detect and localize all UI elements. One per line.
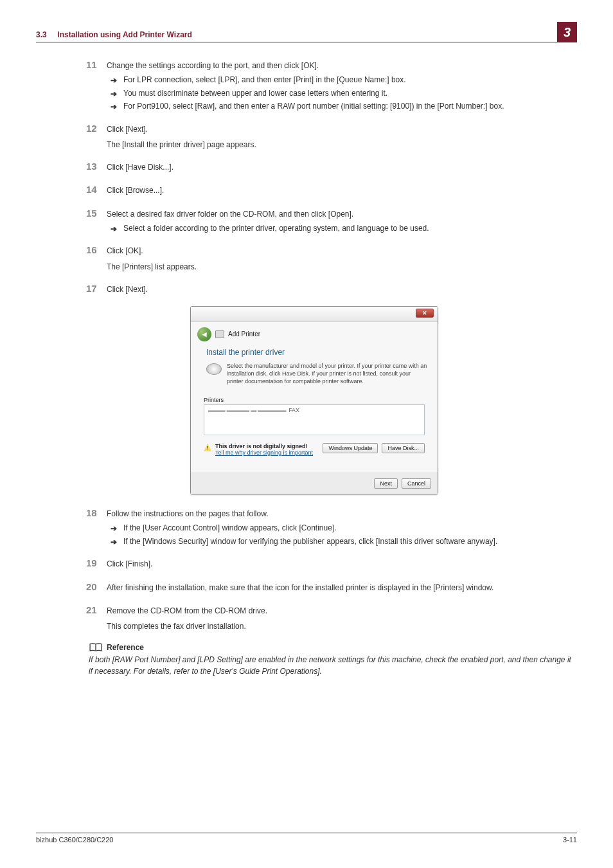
warning-link[interactable]: Tell me why driver signing is important	[215, 449, 313, 456]
section-number: 3.3	[36, 30, 47, 39]
step-sub: If the [User Account Control] window app…	[123, 522, 577, 534]
disc-icon	[206, 363, 222, 375]
printer-icon	[215, 330, 224, 338]
step-number: 13	[86, 161, 107, 172]
footer-right: 3-11	[563, 836, 577, 844]
dialog-titlebar: ✕	[191, 307, 438, 322]
step-text: Click [Next].	[107, 284, 148, 296]
step-text: Select a desired fax driver folder on th…	[107, 208, 353, 221]
step-number: 17	[86, 283, 107, 294]
dialog-breadcrumb: Add Printer	[228, 330, 260, 338]
reference-title: Reference	[107, 643, 144, 652]
step-number: 14	[86, 184, 107, 195]
step-text: Follow the instructions on the pages tha…	[107, 508, 268, 520]
arrow-icon: ➔	[111, 224, 123, 233]
step-desc: This completes the fax driver installati…	[107, 620, 577, 632]
step-text: Click [Next].	[107, 123, 148, 136]
step-text: Click [Finish].	[107, 558, 152, 570]
cancel-button[interactable]: Cancel	[402, 478, 431, 489]
step-text: Click [Have Disk...].	[107, 161, 173, 174]
step-sub: For Port9100, select [Raw], and then ent…	[123, 100, 577, 113]
step-number: 19	[86, 557, 107, 568]
arrow-icon: ➔	[111, 89, 123, 98]
step-desc: The [Printers] list appears.	[107, 261, 577, 273]
dialog-title: Install the printer driver	[206, 348, 429, 357]
step-text: Click [Browse...].	[107, 185, 164, 197]
add-printer-dialog: ✕ ◄ Add Printer Install the printer driv…	[190, 306, 438, 494]
step-number: 12	[86, 123, 107, 134]
footer-left: bizhub C360/C280/C220	[36, 836, 113, 844]
step-number: 11	[86, 59, 107, 70]
reference-icon	[89, 642, 103, 653]
chapter-tab: 3	[557, 22, 577, 42]
warning-icon: !	[204, 444, 211, 451]
step-sub: You must discriminate between upper and …	[123, 87, 577, 100]
page-footer: bizhub C360/C280/C220 3-11	[36, 833, 577, 844]
step-number: 21	[86, 604, 107, 615]
back-icon[interactable]: ◄	[197, 327, 211, 341]
step-text: After finishing the installation, make s…	[107, 582, 493, 594]
arrow-icon: ➔	[111, 538, 123, 547]
step-desc: The [Install the printer driver] page ap…	[107, 139, 577, 150]
section-title: Installation using Add Printer Wizard	[57, 30, 191, 39]
printer-item-prefix: ▬▬▬ ▬▬▬▬ ▬ ▬▬▬▬▬	[208, 407, 286, 413]
step-text: Click [OK].	[107, 245, 143, 257]
arrow-icon: ➔	[111, 76, 123, 85]
windows-update-button[interactable]: Windows Update	[323, 443, 378, 453]
step-sub: Select a folder according to the printer…	[123, 222, 577, 235]
step-sub: For LPR connection, select [LPR], and th…	[123, 74, 577, 86]
printers-label: Printers	[204, 397, 425, 403]
reference-text: If both [RAW Port Number] and [LPD Setti…	[89, 654, 577, 677]
step-number: 15	[86, 208, 107, 219]
step-text: Remove the CD-ROM from the CD-ROM drive.	[107, 605, 267, 617]
step-sub: If the [Windows Security] window for ver…	[123, 536, 577, 548]
arrow-icon: ➔	[111, 524, 123, 533]
next-button[interactable]: Next	[374, 478, 398, 489]
step-text: Change the settings according to the por…	[107, 60, 319, 72]
arrow-icon: ➔	[111, 102, 123, 111]
step-number: 20	[86, 581, 107, 592]
step-number: 16	[86, 244, 107, 255]
printer-item: FAX	[289, 407, 299, 413]
dialog-info: Select the manufacturer and model of you…	[227, 362, 429, 385]
warning-text: This driver is not digitally signed!	[215, 443, 313, 449]
page-header: 3.3 Installation using Add Printer Wizar…	[36, 19, 577, 42]
have-disk-button[interactable]: Have Disk...	[382, 443, 425, 453]
step-number: 18	[86, 507, 107, 518]
printers-list[interactable]: ▬▬▬ ▬▬▬▬ ▬ ▬▬▬▬▬ FAX	[204, 404, 425, 435]
close-icon[interactable]: ✕	[416, 309, 434, 318]
